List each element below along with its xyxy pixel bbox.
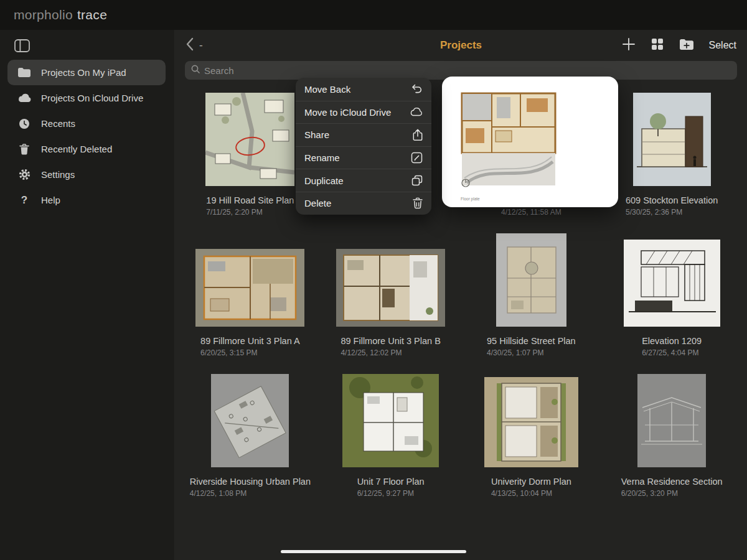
project-name: Riverside Housing Urban Plan (190, 476, 311, 487)
menu-item-rename[interactable]: Rename (296, 146, 431, 169)
menu-item-share[interactable]: Share (296, 123, 431, 146)
project-cell: 89 Fillmore Unit 3 Plan A 6/20/25, 3:15 … (180, 222, 321, 362)
menu-item-label: Move Back (304, 84, 350, 95)
project-date: 6/12/25, 9:27 PM (357, 489, 414, 498)
project-name: Unit 7 Floor Plan (357, 476, 425, 487)
sidebar-item-help[interactable]: ? Help (7, 187, 166, 213)
home-indicator[interactable] (281, 550, 466, 553)
menu-item-label: Share (304, 129, 329, 140)
sidebar: Projects On My iPad Projects On iCloud D… (0, 30, 175, 560)
undo-icon (411, 84, 423, 95)
sidebar-item-label: Projects On iCloud Drive (41, 93, 143, 103)
project-thumbnail[interactable] (211, 374, 289, 470)
top-bar: morpholiotrace (0, 0, 747, 30)
project-name: 89 Fillmore Unit 3 Plan B (341, 335, 440, 347)
project-name: 95 Hillside Street Plan (487, 335, 576, 347)
search-input[interactable] (204, 65, 731, 76)
menu-item-label: Duplicate (304, 175, 344, 186)
sidebar-item-projects-on-my-ipad[interactable]: Projects On My iPad (7, 60, 166, 85)
header-actions: Select (622, 37, 736, 54)
project-name: Verna Residence Section (621, 476, 723, 487)
project-date: 4/12/25, 1:08 PM (190, 489, 247, 498)
menu-item-label: Move to iCloud Drive (304, 107, 391, 118)
rename-icon (411, 152, 423, 164)
main-content: - Projects Se (175, 30, 747, 560)
project-cell: Univerity Dorm Plan 4/13/25, 10:04 PM (461, 362, 602, 503)
help-icon: ? (17, 194, 32, 207)
menu-item-delete[interactable]: Delete (296, 192, 431, 215)
project-cell: Riverside Housing Urban Plan 4/12/25, 1:… (180, 362, 321, 503)
project-thumbnail[interactable] (624, 240, 720, 329)
main-header: - Projects Se (175, 30, 747, 61)
cloud-icon (17, 93, 32, 103)
project-date: 4/30/25, 1:07 PM (487, 348, 543, 357)
sidebar-item-recently-deleted[interactable]: Recently Deleted (7, 136, 166, 162)
project-date: 4/12/25, 12:02 PM (341, 348, 402, 357)
project-name: 609 Stockton Elevation (626, 195, 718, 206)
floor-plan-caption: Floor plate (461, 197, 480, 201)
sidebar-item-label: Help (41, 195, 60, 205)
project-cell: Verna Residence Section 6/20/25, 3:20 PM (601, 362, 742, 503)
project-thumbnail[interactable] (484, 377, 578, 470)
project-date: 6/27/25, 4:04 PM (642, 348, 698, 357)
sidebar-item-label: Recently Deleted (41, 144, 112, 154)
project-cell: 609 Stockton Elevation 5/30/25, 2:36 PM (601, 81, 742, 222)
project-thumbnail[interactable] (342, 374, 439, 470)
project-thumbnail[interactable] (633, 93, 711, 189)
duplicate-icon (411, 175, 423, 186)
selected-project-card[interactable]: Floor plate (442, 77, 618, 207)
menu-item-label: Delete (304, 198, 331, 208)
share-icon (413, 129, 423, 141)
logo-primary: morpholio (14, 7, 73, 22)
folder-icon (17, 67, 32, 78)
sidebar-item-label: Recents (41, 118, 75, 129)
project-name: Elevation 1209 (642, 335, 702, 347)
sidebar-item-recents[interactable]: Recents (7, 111, 166, 136)
project-date: 6/20/25, 3:15 PM (200, 348, 257, 357)
menu-item-duplicate[interactable]: Duplicate (296, 169, 431, 192)
app-logo: morpholiotrace (14, 7, 107, 22)
project-thumbnail[interactable] (496, 233, 566, 329)
floor-plan-preview (458, 90, 568, 193)
sidebar-item-label: Settings (41, 169, 75, 180)
add-project-button[interactable] (622, 37, 636, 54)
new-folder-button[interactable] (679, 39, 694, 53)
chevron-left-icon (186, 37, 194, 54)
project-thumbnail[interactable] (205, 93, 294, 189)
back-button[interactable]: - (186, 37, 203, 54)
new-folder-icon (679, 39, 694, 53)
logo-secondary: trace (77, 7, 107, 22)
project-date: 6/20/25, 3:20 PM (621, 489, 678, 498)
trash-icon (17, 144, 32, 155)
project-cell: Unit 7 Floor Plan 6/12/25, 9:27 PM (321, 362, 461, 503)
project-thumbnail[interactable] (195, 249, 304, 329)
sidebar-toggle-icon[interactable] (14, 39, 30, 55)
context-menu: Move Back Move to iCloud Drive Share Ren… (296, 78, 431, 215)
project-cell: Elevation 1209 6/27/25, 4:04 PM (601, 222, 742, 362)
project-date: 4/13/25, 10:04 PM (491, 489, 552, 498)
trash-icon (413, 197, 423, 209)
menu-item-move-to-icloud-drive[interactable]: Move to iCloud Drive (296, 101, 431, 124)
back-label: - (199, 39, 203, 52)
project-name: 89 Fillmore Unit 3 Plan A (200, 335, 300, 347)
menu-item-move-back[interactable]: Move Back (296, 78, 431, 101)
project-name: Univerity Dorm Plan (491, 476, 571, 487)
project-date: 4/12/25, 11:58 AM (501, 208, 561, 217)
clock-icon (17, 118, 32, 129)
gear-icon (17, 169, 32, 180)
project-cell: 89 Fillmore Unit 3 Plan B 4/12/25, 12:02… (321, 222, 461, 362)
select-button[interactable]: Select (709, 40, 736, 51)
search-icon (191, 65, 200, 76)
grid-view-button[interactable] (651, 37, 664, 54)
morpholio-trace-app: morpholiotrace Projects On My iPad Proje… (0, 0, 747, 560)
project-cell: 95 Hillside Street Plan 4/30/25, 1:07 PM (461, 222, 602, 362)
project-thumbnail[interactable] (637, 374, 706, 470)
project-date: 5/30/25, 2:36 PM (626, 208, 682, 217)
project-date: 7/11/25, 2:20 PM (206, 208, 263, 217)
grid-view-icon (651, 37, 664, 54)
plus-icon (622, 37, 636, 54)
sidebar-item-projects-on-icloud-drive[interactable]: Projects On iCloud Drive (7, 85, 166, 111)
sidebar-list: Projects On My iPad Projects On iCloud D… (7, 60, 166, 213)
project-thumbnail[interactable] (336, 249, 445, 329)
sidebar-item-settings[interactable]: Settings (7, 162, 166, 187)
